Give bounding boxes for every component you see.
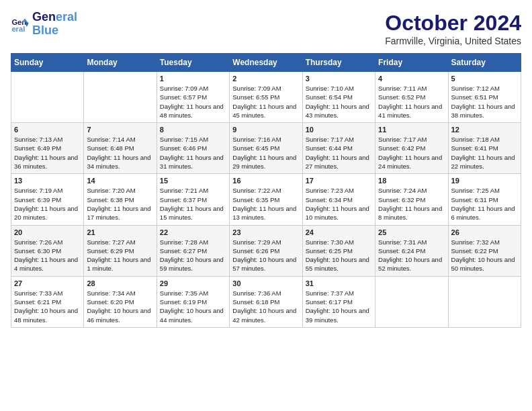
day-info: Sunrise: 7:13 AM Sunset: 6:49 PM Dayligh… [14,135,81,171]
day-number: 12 [451,126,518,134]
calendar-cell: 25Sunrise: 7:31 AM Sunset: 6:24 PM Dayli… [375,225,448,276]
day-number: 21 [87,228,153,236]
calendar-cell: 10Sunrise: 7:17 AM Sunset: 6:44 PM Dayli… [302,123,375,174]
day-number: 13 [14,177,81,185]
day-number: 1 [160,75,226,83]
logo-text-line1: General [32,11,77,24]
day-info: Sunrise: 7:19 AM Sunset: 6:39 PM Dayligh… [14,186,81,222]
day-number: 23 [232,228,299,236]
calendar-cell: 20Sunrise: 7:26 AM Sunset: 6:30 PM Dayli… [11,225,84,276]
day-info: Sunrise: 7:12 AM Sunset: 6:51 PM Dayligh… [451,84,518,120]
month-title: October 2024 [385,11,521,36]
day-info: Sunrise: 7:17 AM Sunset: 6:42 PM Dayligh… [378,135,445,171]
day-info: Sunrise: 7:31 AM Sunset: 6:24 PM Dayligh… [378,238,445,273]
calendar-week-5: 27Sunrise: 7:33 AM Sunset: 6:21 PM Dayli… [11,276,521,327]
day-info: Sunrise: 7:24 AM Sunset: 6:32 PM Dayligh… [378,186,445,222]
day-number: 16 [232,177,299,185]
day-number: 4 [378,75,445,83]
day-info: Sunrise: 7:32 AM Sunset: 6:22 PM Dayligh… [451,238,518,273]
location: Farmville, Virginia, United States [385,36,521,46]
day-info: Sunrise: 7:18 AM Sunset: 6:41 PM Dayligh… [451,135,518,171]
day-number: 24 [306,228,372,236]
calendar-cell: 2Sunrise: 7:09 AM Sunset: 6:55 PM Daylig… [230,72,302,123]
day-number: 8 [160,126,226,134]
calendar-cell: 7Sunrise: 7:14 AM Sunset: 6:48 PM Daylig… [84,123,157,174]
calendar-cell: 11Sunrise: 7:17 AM Sunset: 6:42 PM Dayli… [375,123,448,174]
calendar-week-3: 13Sunrise: 7:19 AM Sunset: 6:39 PM Dayli… [11,174,521,225]
day-info: Sunrise: 7:15 AM Sunset: 6:46 PM Dayligh… [160,135,226,171]
day-number: 30 [232,279,299,287]
day-info: Sunrise: 7:34 AM Sunset: 6:20 PM Dayligh… [87,289,153,324]
calendar-cell: 22Sunrise: 7:28 AM Sunset: 6:27 PM Dayli… [157,225,229,276]
column-header-tuesday: Tuesday [157,54,229,72]
column-header-sunday: Sunday [11,54,84,72]
calendar-cell: 23Sunrise: 7:29 AM Sunset: 6:26 PM Dayli… [230,225,302,276]
calendar-cell [11,72,84,123]
day-info: Sunrise: 7:25 AM Sunset: 6:31 PM Dayligh… [451,186,518,222]
day-number: 25 [378,228,445,236]
page-header: Gen eral General Blue October 2024 Farmv… [11,11,521,46]
calendar-cell: 15Sunrise: 7:21 AM Sunset: 6:37 PM Dayli… [157,174,229,225]
day-number: 28 [87,279,153,287]
day-info: Sunrise: 7:33 AM Sunset: 6:21 PM Dayligh… [14,289,81,324]
day-info: Sunrise: 7:35 AM Sunset: 6:19 PM Dayligh… [160,289,226,324]
calendar-cell: 29Sunrise: 7:35 AM Sunset: 6:19 PM Dayli… [157,276,229,327]
calendar-cell: 12Sunrise: 7:18 AM Sunset: 6:41 PM Dayli… [448,123,521,174]
day-number: 29 [160,279,226,287]
logo-text-line2: Blue [32,24,77,38]
calendar-cell: 3Sunrise: 7:10 AM Sunset: 6:54 PM Daylig… [302,72,375,123]
day-number: 14 [87,177,153,185]
calendar-cell: 4Sunrise: 7:11 AM Sunset: 6:52 PM Daylig… [375,72,448,123]
calendar-cell: 24Sunrise: 7:30 AM Sunset: 6:25 PM Dayli… [302,225,375,276]
column-header-thursday: Thursday [302,54,375,72]
calendar-cell: 31Sunrise: 7:37 AM Sunset: 6:17 PM Dayli… [302,276,375,327]
calendar-cell: 16Sunrise: 7:22 AM Sunset: 6:35 PM Dayli… [230,174,302,225]
calendar-cell: 8Sunrise: 7:15 AM Sunset: 6:46 PM Daylig… [157,123,229,174]
day-info: Sunrise: 7:37 AM Sunset: 6:17 PM Dayligh… [306,289,372,324]
day-number: 26 [451,228,518,236]
calendar-cell: 14Sunrise: 7:20 AM Sunset: 6:38 PM Dayli… [84,174,157,225]
day-number: 10 [306,126,372,134]
day-info: Sunrise: 7:30 AM Sunset: 6:25 PM Dayligh… [306,238,372,273]
day-info: Sunrise: 7:10 AM Sunset: 6:54 PM Dayligh… [306,84,372,120]
day-info: Sunrise: 7:20 AM Sunset: 6:38 PM Dayligh… [87,186,153,222]
column-header-wednesday: Wednesday [230,54,302,72]
column-header-saturday: Saturday [448,54,521,72]
day-number: 5 [451,75,518,83]
day-number: 31 [306,279,372,287]
day-number: 19 [451,177,518,185]
calendar-cell: 9Sunrise: 7:16 AM Sunset: 6:45 PM Daylig… [230,123,302,174]
logo: Gen eral General Blue [11,11,77,38]
calendar-cell: 5Sunrise: 7:12 AM Sunset: 6:51 PM Daylig… [448,72,521,123]
day-info: Sunrise: 7:29 AM Sunset: 6:26 PM Dayligh… [232,238,299,273]
day-number: 15 [160,177,226,185]
day-info: Sunrise: 7:11 AM Sunset: 6:52 PM Dayligh… [378,84,445,120]
svg-text:eral: eral [11,25,25,33]
day-number: 9 [232,126,299,134]
day-number: 2 [232,75,299,83]
day-info: Sunrise: 7:23 AM Sunset: 6:34 PM Dayligh… [306,186,372,222]
day-number: 18 [378,177,445,185]
day-number: 11 [378,126,445,134]
day-info: Sunrise: 7:26 AM Sunset: 6:30 PM Dayligh… [14,238,81,273]
calendar-week-2: 6Sunrise: 7:13 AM Sunset: 6:49 PM Daylig… [11,123,521,174]
day-info: Sunrise: 7:16 AM Sunset: 6:45 PM Dayligh… [232,135,299,171]
calendar-cell: 21Sunrise: 7:27 AM Sunset: 6:29 PM Dayli… [84,225,157,276]
column-header-monday: Monday [84,54,157,72]
day-info: Sunrise: 7:14 AM Sunset: 6:48 PM Dayligh… [87,135,153,171]
day-info: Sunrise: 7:09 AM Sunset: 6:55 PM Dayligh… [232,84,299,120]
calendar-cell: 30Sunrise: 7:36 AM Sunset: 6:18 PM Dayli… [230,276,302,327]
day-info: Sunrise: 7:09 AM Sunset: 6:57 PM Dayligh… [160,84,226,120]
day-info: Sunrise: 7:22 AM Sunset: 6:35 PM Dayligh… [232,186,299,222]
calendar-cell: 1Sunrise: 7:09 AM Sunset: 6:57 PM Daylig… [157,72,229,123]
calendar-cell: 27Sunrise: 7:33 AM Sunset: 6:21 PM Dayli… [11,276,84,327]
calendar-table: SundayMondayTuesdayWednesdayThursdayFrid… [11,53,521,328]
calendar-cell [448,276,521,327]
calendar-cell: 6Sunrise: 7:13 AM Sunset: 6:49 PM Daylig… [11,123,84,174]
calendar-cell [84,72,157,123]
day-number: 27 [14,279,81,287]
calendar-cell: 26Sunrise: 7:32 AM Sunset: 6:22 PM Dayli… [448,225,521,276]
calendar-week-4: 20Sunrise: 7:26 AM Sunset: 6:30 PM Dayli… [11,225,521,276]
day-number: 17 [306,177,372,185]
day-number: 3 [306,75,372,83]
